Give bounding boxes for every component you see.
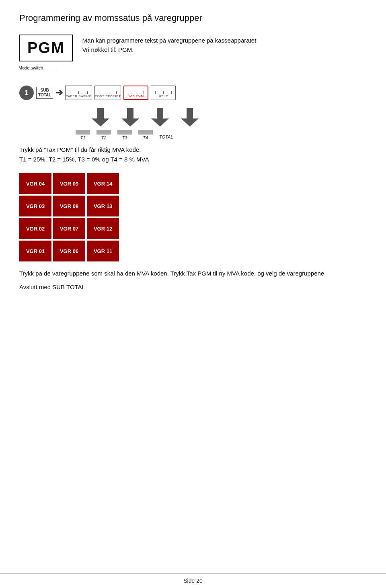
step1-row: 1 SUB TOTAL ➔ PAPER SAVING xyxy=(19,86,367,100)
vgr-13[interactable]: VGR 13 xyxy=(87,196,119,216)
key-paper-saving[interactable]: PAPER SAVING xyxy=(65,86,92,100)
step-circle-1: 1 xyxy=(19,86,34,100)
key-post-receipt[interactable]: POST RECEIPT xyxy=(94,86,121,100)
tick xyxy=(99,91,99,94)
vgr-11[interactable]: VGR 11 xyxy=(87,241,119,261)
step-number: 1 xyxy=(25,89,29,97)
keyboard-keys-row: PAPER SAVING POST RECEIPT xyxy=(65,86,176,100)
vgr-grid: VGR 04 VGR 09 VGR 14 VGR 03 VGR 08 VGR 1… xyxy=(19,173,119,261)
mva-text: Trykk på "Tax PGM" til du får riktig MVA… xyxy=(19,145,367,164)
key-label: HELP xyxy=(159,94,168,99)
down-arrow-2 xyxy=(121,108,139,127)
vgr-07[interactable]: VGR 07 xyxy=(53,218,85,239)
arrow-right-icon: ➔ xyxy=(55,88,63,98)
svg-marker-7 xyxy=(181,118,199,127)
vgr-09[interactable]: VGR 09 xyxy=(53,173,85,194)
vgr-02[interactable]: VGR 02 xyxy=(19,218,51,239)
down-arrow-3 xyxy=(151,108,169,127)
svg-marker-3 xyxy=(121,118,139,127)
t4-button: T4 xyxy=(138,130,153,140)
t2-label: T2 xyxy=(101,135,107,140)
t3-bar xyxy=(117,130,132,135)
sub-total-button[interactable]: SUB TOTAL xyxy=(36,87,53,99)
mode-switch-text: Mode switch xyxy=(18,65,43,70)
tick xyxy=(171,91,172,94)
desc2: Avslutt med SUB TOTAL xyxy=(19,282,367,292)
t3-label: T3 xyxy=(122,135,127,140)
sub-total-line2: TOTAL xyxy=(38,93,51,98)
pgm-desc-line2: Vri nøkkel til: PGM. xyxy=(82,46,257,53)
pgm-box: PGM xyxy=(19,35,73,61)
vgr-03[interactable]: VGR 03 xyxy=(19,196,51,216)
vgr-12[interactable]: VGR 12 xyxy=(87,218,119,239)
t4-label: T4 xyxy=(143,135,148,140)
down-arrow-4 xyxy=(181,108,199,127)
vgr-01[interactable]: VGR 01 xyxy=(19,241,51,261)
t2-button: T2 xyxy=(96,130,111,140)
down-arrows-row xyxy=(92,108,367,127)
vgr-14[interactable]: VGR 14 xyxy=(87,173,119,194)
svg-rect-2 xyxy=(127,108,133,118)
down-arrow-1 xyxy=(92,108,109,127)
t1-button: T1 xyxy=(76,130,90,140)
tick xyxy=(116,91,117,94)
svg-rect-0 xyxy=(97,108,104,118)
page-title: Programmering av momssatus på varegruppe… xyxy=(19,13,367,23)
tick xyxy=(78,91,79,94)
key-label: TAX PGM xyxy=(128,94,144,98)
vgr-section: VGR 04 VGR 09 VGR 14 VGR 03 VGR 08 VGR 1… xyxy=(19,173,367,261)
pgm-label: PGM xyxy=(27,39,65,57)
sub-total-line1: SUB xyxy=(41,88,49,93)
tick xyxy=(108,91,108,94)
key-label: PAPER SAVING xyxy=(66,94,91,99)
svg-marker-5 xyxy=(151,118,169,127)
tick xyxy=(163,91,164,94)
key-label: POST RECEIPT xyxy=(95,94,121,99)
key-tax-pgm[interactable]: TAX PGM xyxy=(123,86,148,100)
svg-marker-1 xyxy=(92,118,109,127)
mva-text-line1: Trykk på "Tax PGM" til du får riktig MVA… xyxy=(19,146,141,153)
tick xyxy=(70,91,70,94)
t2-bar xyxy=(96,130,111,135)
t1-label: T1 xyxy=(80,135,86,140)
pgm-description: Man kan programmere tekst på varegruppen… xyxy=(82,35,257,53)
page-footer: Side 20 xyxy=(0,573,386,588)
tick xyxy=(87,91,88,94)
tick xyxy=(128,91,128,94)
tick xyxy=(144,91,144,94)
t-total-label: TOTAL xyxy=(159,135,173,140)
tick xyxy=(136,91,136,94)
mode-switch-dash xyxy=(44,68,55,68)
pgm-header: PGM Mode switch Man kan programmere teks… xyxy=(19,35,367,71)
svg-rect-4 xyxy=(157,108,163,118)
vgr-08[interactable]: VGR 08 xyxy=(53,196,85,216)
t-buttons-section: T1 T2 T3 T4 TOTAL xyxy=(19,130,367,140)
pgm-desc-line1: Man kan programmere tekst på varegruppen… xyxy=(82,37,257,44)
tick xyxy=(155,91,156,94)
mva-values-line: T1 = 25%, T2 = 15%, T3 = 0% og T4 = 8 % … xyxy=(19,156,149,163)
vgr-04[interactable]: VGR 04 xyxy=(19,173,51,194)
t1-bar xyxy=(76,130,90,135)
svg-rect-6 xyxy=(187,108,193,118)
footer-text: Side 20 xyxy=(183,578,202,584)
t3-button: T3 xyxy=(117,130,132,140)
key-help[interactable]: HELP xyxy=(151,86,176,100)
desc1: Trykk på de varegruppene som skal ha den… xyxy=(19,269,367,278)
vgr-06[interactable]: VGR 06 xyxy=(53,241,85,261)
mode-switch-line: Mode switch xyxy=(18,65,55,70)
t4-bar xyxy=(138,130,153,135)
